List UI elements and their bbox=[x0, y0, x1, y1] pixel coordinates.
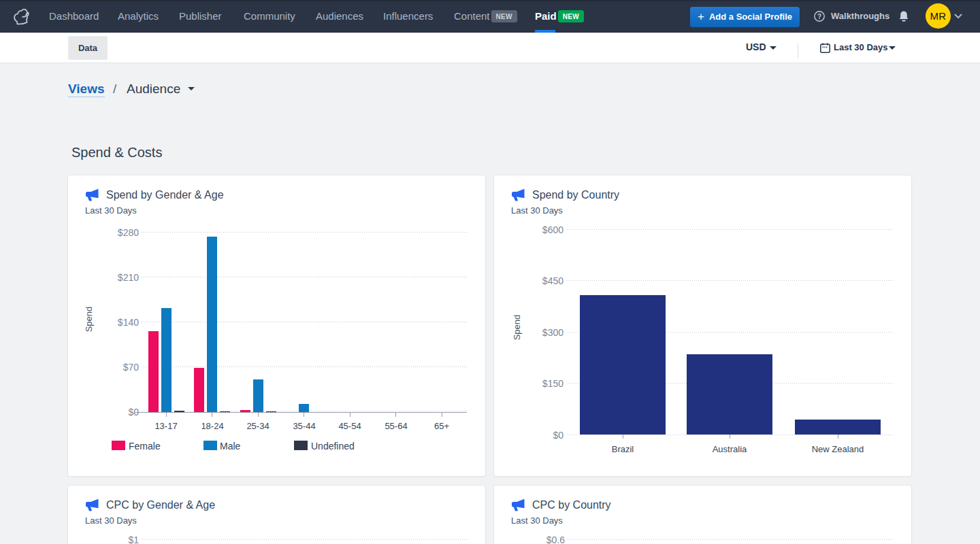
svg-text:?: ? bbox=[817, 13, 821, 20]
